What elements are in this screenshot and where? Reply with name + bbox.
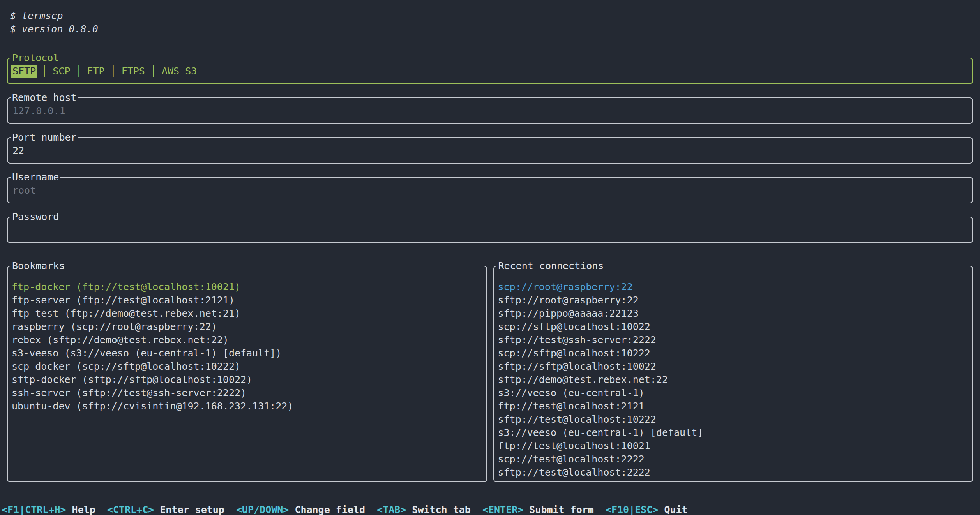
help-key: <F10|ESC> (606, 504, 658, 515)
recent-connection-item[interactable]: s3://veeso (eu-central-1) (498, 386, 973, 400)
protocol-option-label[interactable]: SFTP (11, 65, 37, 78)
protocol-label: Protocol (11, 51, 60, 65)
bookmark-item[interactable]: ssh-server (sftp://test@ssh-server:2222) (12, 386, 486, 400)
password-label: Password (11, 210, 60, 224)
help-bar: <F1|CTRL+H>Help <CTRL+C>Enter setup <UP/… (2, 503, 973, 515)
recent-connection-item[interactable]: scp://root@raspberry:22 (498, 280, 973, 294)
help-action: Submit form (529, 504, 594, 515)
help-action: Enter setup (160, 504, 224, 515)
protocol-radio-group: Protocol SFTP │ SCP │ FTP │ (7, 58, 973, 84)
protocol-separator: │ (110, 65, 116, 77)
help-action: Switch tab (412, 504, 471, 515)
bookmarks-label: Bookmarks (11, 259, 66, 273)
help-key: <TAB> (377, 504, 406, 515)
recent-connection-item[interactable]: sftp://test@localhost:2222 (498, 466, 973, 479)
bookmark-item[interactable]: rebex (sftp://demo@test.rebex.net:22) (12, 333, 486, 347)
protocol-options: SFTP │ SCP │ FTP │ FTPS │ (8, 58, 972, 83)
help-entry: <F10|ESC>Quit (606, 504, 688, 515)
recent-connections-label: Recent connections (497, 259, 605, 273)
bookmark-item[interactable]: ftp-docker (ftp://test@localhost:10021) (12, 280, 486, 294)
bookmark-item[interactable]: scp-docker (scp://sftp@localhost:10222) (12, 360, 486, 373)
protocol-option[interactable]: SFTP (12, 65, 36, 77)
bookmark-item[interactable]: ubuntu-dev (sftp://cvisintin@192.168.232… (12, 400, 486, 413)
help-action: Quit (664, 504, 687, 515)
protocol-option-label[interactable]: SCP (53, 65, 70, 77)
remote-host-field[interactable]: Remote host 127.0.0.1 (7, 97, 973, 124)
recent-connection-item[interactable]: sftp://root@raspberry:22 (498, 294, 973, 307)
bookmark-item[interactable]: sftp-docker (sftp://sftp@localhost:10022… (12, 373, 486, 386)
username-field[interactable]: Username root (7, 177, 973, 203)
recent-connection-item[interactable]: scp://sftp@localhost:10222 (498, 347, 973, 360)
bookmark-item[interactable]: ftp-test (ftp://demo@test.rebex.net:21) (12, 307, 486, 320)
protocol-option[interactable]: │ SCP (36, 65, 70, 77)
bookmarks-panel: Bookmarks ftp-docker (ftp://test@localho… (7, 266, 487, 482)
port-number-value[interactable]: 22 (8, 138, 972, 163)
protocol-separator: │ (76, 65, 81, 77)
remote-host-value[interactable]: 127.0.0.1 (8, 98, 972, 123)
recent-connections-list: scp://root@raspberry:22 sftp://root@rasp… (494, 266, 973, 479)
bookmark-item[interactable]: raspberry (scp://root@raspberry:22) (12, 320, 486, 333)
help-action: Help (72, 504, 95, 515)
terminal-header: $ termscp $ version 0.8.0 (10, 9, 973, 36)
recent-connection-item[interactable]: scp://test@localhost:2222 (498, 453, 973, 466)
protocol-separator: │ (41, 65, 47, 77)
protocol-option[interactable]: │ FTP (70, 65, 104, 77)
app-name-line: $ termscp (10, 9, 973, 23)
protocol-option[interactable]: │ FTPS (105, 65, 145, 77)
protocol-option[interactable]: │ AWS S3 (145, 65, 197, 77)
recent-connection-item[interactable]: sftp://test@ssh-server:2222 (498, 333, 973, 347)
username-value[interactable]: root (8, 178, 972, 203)
recent-connection-item[interactable]: sftp://demo@test.rebex.net:22 (498, 373, 973, 386)
version-line: $ version 0.8.0 (10, 23, 973, 36)
recent-connection-item[interactable]: sftp://test@localhost:10222 (498, 413, 973, 426)
password-value[interactable] (8, 217, 972, 242)
bookmark-item[interactable]: ftp-server (ftp://test@localhost:2121) (12, 294, 486, 307)
termscp-screen: $ termscp $ version 0.8.0 Protocol SFTP … (0, 0, 980, 515)
recent-connection-item[interactable]: sftp://pippo@aaaaa:22123 (498, 307, 973, 320)
help-key: <CTRL+C> (107, 504, 154, 515)
protocol-option-label[interactable]: FTP (87, 65, 105, 77)
help-entry: <ENTER>Submit form (482, 504, 594, 515)
help-action: Change field (295, 504, 365, 515)
recent-connection-item[interactable]: s3://veeso (eu-central-1) [default] (498, 426, 973, 439)
panels-row: Bookmarks ftp-docker (ftp://test@localho… (7, 266, 973, 482)
help-key: <ENTER> (482, 504, 523, 515)
help-entry: <CTRL+C>Enter setup (107, 504, 224, 515)
protocol-option-label[interactable]: AWS S3 (162, 65, 197, 77)
help-entry: <F1|CTRL+H>Help (2, 504, 95, 515)
help-entry: <UP/DOWN>Change field (236, 504, 365, 515)
bookmark-item[interactable]: s3-veeso (s3://veeso (eu-central-1) [def… (12, 347, 486, 360)
help-key: <F1|CTRL+H> (2, 504, 66, 515)
recent-connections-panel: Recent connections scp://root@raspberry:… (493, 266, 973, 482)
username-label: Username (11, 171, 60, 184)
protocol-separator: │ (150, 65, 156, 77)
protocol-option-label[interactable]: FTPS (122, 65, 145, 77)
recent-connection-item[interactable]: scp://sftp@localhost:10022 (498, 320, 973, 333)
help-key: <UP/DOWN> (236, 504, 289, 515)
help-entry: <TAB>Switch tab (377, 504, 471, 515)
bookmarks-list: ftp-docker (ftp://test@localhost:10021) … (8, 266, 486, 413)
recent-connection-item[interactable]: sftp://sftp@localhost:10022 (498, 360, 973, 373)
remote-host-label: Remote host (11, 91, 78, 104)
port-number-label: Port number (11, 131, 78, 144)
port-number-field[interactable]: Port number 22 (7, 137, 973, 164)
recent-connection-item[interactable]: ftp://test@localhost:2121 (498, 400, 973, 413)
password-field[interactable]: Password (7, 217, 973, 243)
recent-connection-item[interactable]: ftp://test@localhost:10021 (498, 439, 973, 453)
